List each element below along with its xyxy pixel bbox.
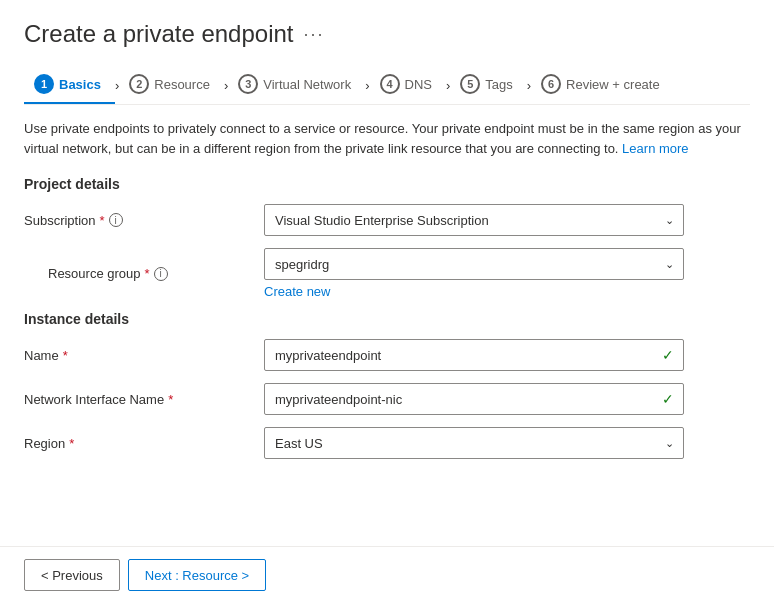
instance-details-header: Instance details [24, 311, 750, 327]
main-content: Create a private endpoint ··· 1 Basics ›… [0, 0, 774, 546]
tab-resource[interactable]: 2 Resource [119, 66, 224, 104]
tab-vnet-label: Virtual Network [263, 77, 351, 92]
resource-group-row: Resource group * i spegridrg ⌄ Create ne… [24, 248, 750, 299]
tab-tags-circle: 5 [460, 74, 480, 94]
name-label: Name * [24, 348, 264, 363]
region-row: Region * East US ⌄ [24, 427, 750, 459]
next-button[interactable]: Next : Resource > [128, 559, 266, 591]
project-details-header: Project details [24, 176, 750, 192]
subscription-select-wrapper: Visual Studio Enterprise Subscription ⌄ [264, 204, 684, 236]
network-interface-label: Network Interface Name * [24, 392, 264, 407]
subscription-row: Subscription * i Visual Studio Enterpris… [24, 204, 750, 236]
learn-more-link[interactable]: Learn more [622, 141, 688, 156]
name-input-wrapper: ✓ [264, 339, 684, 371]
tab-vnet-circle: 3 [238, 74, 258, 94]
tab-dns[interactable]: 4 DNS [370, 66, 446, 104]
tab-resource-circle: 2 [129, 74, 149, 94]
region-required: * [69, 436, 74, 451]
name-row: Name * ✓ [24, 339, 750, 371]
page-title: Create a private endpoint [24, 20, 294, 48]
resource-group-select-wrapper: spegridrg ⌄ [264, 248, 684, 280]
region-select[interactable]: East US [264, 427, 684, 459]
resource-group-select[interactable]: spegridrg [264, 248, 684, 280]
resource-group-required: * [145, 266, 150, 281]
resource-group-label: Resource group * i [24, 266, 264, 281]
tab-tags-label: Tags [485, 77, 512, 92]
subscription-select[interactable]: Visual Studio Enterprise Subscription [264, 204, 684, 236]
name-required: * [63, 348, 68, 363]
tab-dns-circle: 4 [380, 74, 400, 94]
tab-dns-label: DNS [405, 77, 432, 92]
page-title-row: Create a private endpoint ··· [24, 20, 750, 48]
tab-tags[interactable]: 5 Tags [450, 66, 526, 104]
page-title-dots: ··· [304, 24, 325, 45]
region-control: East US ⌄ [264, 427, 684, 459]
tab-basics-circle: 1 [34, 74, 54, 94]
region-select-wrapper: East US ⌄ [264, 427, 684, 459]
page-container: Create a private endpoint ··· 1 Basics ›… [0, 0, 774, 603]
create-new-link[interactable]: Create new [264, 284, 684, 299]
tab-basics-label: Basics [59, 77, 101, 92]
tab-review-label: Review + create [566, 77, 660, 92]
tab-review-circle: 6 [541, 74, 561, 94]
tab-basics[interactable]: 1 Basics [24, 66, 115, 104]
footer: < Previous Next : Resource > [0, 546, 774, 603]
nic-input-wrapper: ✓ [264, 383, 684, 415]
tab-review-create[interactable]: 6 Review + create [531, 66, 674, 104]
subscription-required: * [100, 213, 105, 228]
nic-required: * [168, 392, 173, 407]
tab-virtual-network[interactable]: 3 Virtual Network [228, 66, 365, 104]
network-interface-control: ✓ [264, 383, 684, 415]
name-check-icon: ✓ [662, 347, 674, 363]
wizard-tabs: 1 Basics › 2 Resource › 3 Virtual Networ… [24, 66, 750, 105]
nic-check-icon: ✓ [662, 391, 674, 407]
subscription-control: Visual Studio Enterprise Subscription ⌄ [264, 204, 684, 236]
name-control: ✓ [264, 339, 684, 371]
subscription-info-icon[interactable]: i [109, 213, 123, 227]
previous-button[interactable]: < Previous [24, 559, 120, 591]
network-interface-row: Network Interface Name * ✓ [24, 383, 750, 415]
region-label: Region * [24, 436, 264, 451]
resource-group-info-icon[interactable]: i [154, 267, 168, 281]
network-interface-input[interactable] [264, 383, 684, 415]
resource-group-control: spegridrg ⌄ Create new [264, 248, 684, 299]
subscription-label: Subscription * i [24, 213, 264, 228]
tab-resource-label: Resource [154, 77, 210, 92]
description-text: Use private endpoints to privately conne… [24, 119, 750, 158]
name-input[interactable] [264, 339, 684, 371]
